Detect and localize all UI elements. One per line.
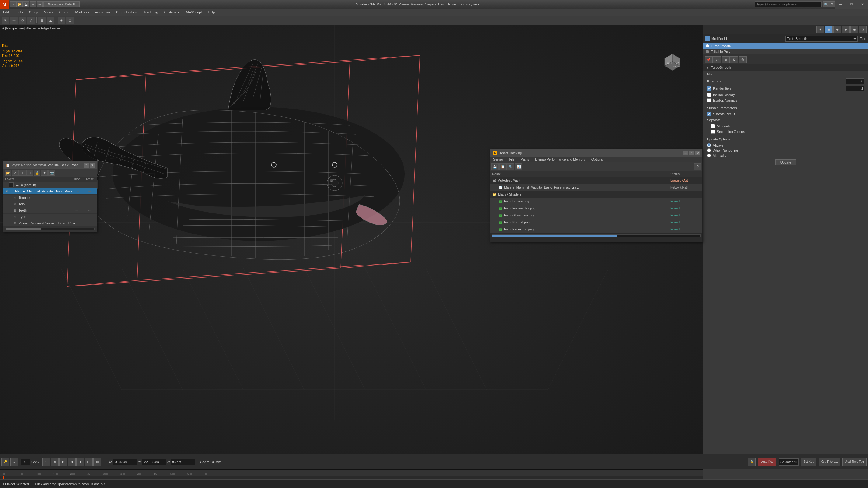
- update-button[interactable]: Update: [775, 159, 796, 165]
- asset-help-btn[interactable]: ?: [694, 163, 701, 170]
- time-tag-btn[interactable]: Add Time Tag: [842, 458, 867, 466]
- pin-stack-btn[interactable]: 📌: [705, 56, 713, 63]
- menu-animation[interactable]: Animation: [92, 8, 113, 15]
- render-btn[interactable]: ⊡: [66, 17, 74, 24]
- layer-row-tongue[interactable]: ◎ Tongue --- ---: [3, 195, 97, 201]
- menu-views[interactable]: Views: [41, 8, 56, 15]
- layer-row-marine[interactable]: ▼ ☰ Marine_Mammal_Vaquita_Basic_Pose ---…: [3, 188, 97, 195]
- configure-btn[interactable]: ⚙: [730, 56, 738, 63]
- asset-tool-2[interactable]: 📋: [499, 163, 506, 170]
- x-input[interactable]: [113, 459, 137, 465]
- modify-panel-btn[interactable]: ⊞: [825, 26, 833, 33]
- angle-snap-tool[interactable]: ∠: [46, 17, 55, 24]
- open-btn[interactable]: 📂: [17, 1, 23, 7]
- layer-row-default[interactable]: ☰ 0 (default) --- ---: [3, 182, 97, 188]
- layers-scrollbar-thumb[interactable]: [6, 228, 41, 230]
- asset-restore-btn[interactable]: □: [689, 151, 694, 155]
- menu-rendering[interactable]: Rendering: [140, 8, 161, 15]
- render-iters-checkbox[interactable]: [707, 86, 711, 91]
- layers-tool-1[interactable]: 📂: [5, 170, 11, 176]
- restore-btn[interactable]: □: [846, 0, 857, 8]
- lock-btn[interactable]: 🔒: [748, 458, 756, 466]
- menu-create[interactable]: Create: [56, 8, 72, 15]
- smoothing-groups-checkbox[interactable]: [711, 130, 715, 134]
- workspace-btn[interactable]: Workspace: Default: [43, 1, 80, 7]
- selected-dropdown[interactable]: Selected: [779, 458, 799, 465]
- asset-menu-server[interactable]: Server: [490, 157, 506, 162]
- save-btn[interactable]: 💾: [23, 1, 29, 7]
- redo-btn[interactable]: ↪: [36, 1, 42, 7]
- help-search-btn[interactable]: ?: [829, 1, 835, 7]
- asset-tool-3[interactable]: 🔍: [507, 163, 515, 170]
- make-unique-btn[interactable]: ◈: [722, 56, 730, 63]
- next-key-btn[interactable]: |▶: [76, 458, 84, 466]
- minimize-btn[interactable]: ─: [835, 0, 846, 8]
- utilities-panel-btn[interactable]: ⚙: [859, 26, 867, 33]
- display-panel-btn[interactable]: ◉: [850, 26, 858, 33]
- layers-question-btn[interactable]: ?: [84, 163, 89, 167]
- when-rendering-radio[interactable]: [707, 149, 711, 152]
- modifier-editable-poly[interactable]: Editable Poly: [704, 49, 868, 55]
- frame-mode-btn[interactable]: ▤: [93, 458, 101, 466]
- asset-row-reflection[interactable]: 🖼 Fish_Reflection.png Found: [490, 226, 703, 233]
- current-frame-input[interactable]: [21, 458, 30, 465]
- undo-btn[interactable]: ↩: [30, 1, 36, 7]
- asset-menu-paths[interactable]: Paths: [518, 157, 532, 162]
- asset-close-btn[interactable]: ✕: [695, 151, 700, 155]
- move-tool[interactable]: ✛: [10, 17, 18, 24]
- first-frame-btn[interactable]: ⏮: [42, 458, 50, 466]
- asset-menu-options[interactable]: Options: [588, 157, 606, 162]
- viewport-3d[interactable]: [+][Perspective][Shaded + Edged Faces] T…: [0, 25, 703, 469]
- close-btn[interactable]: ✕: [857, 0, 868, 8]
- auto-key-btn[interactable]: Auto Key: [758, 458, 776, 466]
- turbosmooth-header[interactable]: ▼ TurboSmooth: [704, 64, 868, 71]
- modifier-turbosmooth[interactable]: TurboSmooth: [704, 43, 868, 49]
- create-panel-btn[interactable]: ✦: [816, 26, 824, 33]
- asset-menu-bitmap[interactable]: Bitmap Performance and Memory: [532, 157, 588, 162]
- layers-tool-3[interactable]: +: [19, 170, 26, 176]
- asset-tool-4[interactable]: 📊: [515, 163, 522, 170]
- manually-radio[interactable]: [707, 154, 711, 158]
- rotate-tool[interactable]: ↻: [19, 17, 27, 24]
- modifier-dropdown[interactable]: TurboSmooth: [785, 36, 857, 42]
- new-btn[interactable]: □: [10, 1, 16, 7]
- remove-modifier-btn[interactable]: 🗑: [739, 56, 747, 63]
- layer-row-telo[interactable]: ◎ Telo --- ---: [3, 201, 97, 207]
- iterations-input[interactable]: [846, 78, 864, 84]
- layers-tool-4[interactable]: ⊞: [27, 170, 33, 176]
- view-cube[interactable]: LEFT FRONT TOP: [660, 49, 685, 73]
- asset-menu-file[interactable]: File: [506, 157, 518, 162]
- render-iters-input[interactable]: [846, 86, 864, 91]
- layer-checkbox-default[interactable]: [9, 183, 14, 187]
- menu-customize[interactable]: Customize: [161, 8, 183, 15]
- material-editor[interactable]: ◈: [58, 17, 65, 24]
- always-radio[interactable]: [707, 143, 711, 147]
- menu-modifiers[interactable]: Modifiers: [72, 8, 92, 15]
- time-config-btn[interactable]: ⏱: [10, 458, 18, 466]
- asset-row-fresnel[interactable]: 🖼 Fish_Fresnel_Ior.png Found: [490, 205, 703, 212]
- snap-tool[interactable]: ⊕: [38, 17, 46, 24]
- asset-tool-1[interactable]: 💾: [491, 163, 499, 170]
- menu-help[interactable]: Help: [205, 8, 218, 15]
- menu-graph-editors[interactable]: Graph Editors: [113, 8, 140, 15]
- asset-row-glossiness[interactable]: 🖼 Fish_Glossiness.png Found: [490, 212, 703, 219]
- menu-group[interactable]: Group: [26, 8, 41, 15]
- scale-tool[interactable]: ⤢: [27, 17, 35, 24]
- layer-row-teeth[interactable]: ◎ Teeth --- ---: [3, 207, 97, 214]
- asset-row-maps[interactable]: 📁 Maps / Shaders: [490, 191, 703, 198]
- set-key-btn[interactable]: Set Key: [801, 458, 816, 466]
- materials-checkbox[interactable]: [711, 124, 715, 128]
- layers-scrollbar[interactable]: [6, 228, 95, 230]
- key-mode-btn[interactable]: 🔑: [1, 458, 9, 466]
- layers-tool-6[interactable]: 👁: [41, 170, 48, 176]
- asset-row-vault[interactable]: 🏛 Autodesk Vault Logged Out...: [490, 177, 703, 184]
- prev-key-btn[interactable]: ◀|: [51, 458, 59, 466]
- layer-row-eyes[interactable]: ◎ Eyes --- ---: [3, 214, 97, 220]
- motion-panel-btn[interactable]: ▶: [842, 26, 850, 33]
- y-input[interactable]: [142, 459, 166, 465]
- last-frame-btn[interactable]: ⏭: [85, 458, 93, 466]
- show-result-btn[interactable]: ⊙: [713, 56, 721, 63]
- asset-minimize-btn[interactable]: ─: [683, 151, 688, 155]
- asset-row-normal[interactable]: 🖼 Fish_Normal.png Found: [490, 219, 703, 226]
- menu-tools[interactable]: Tools: [12, 8, 26, 15]
